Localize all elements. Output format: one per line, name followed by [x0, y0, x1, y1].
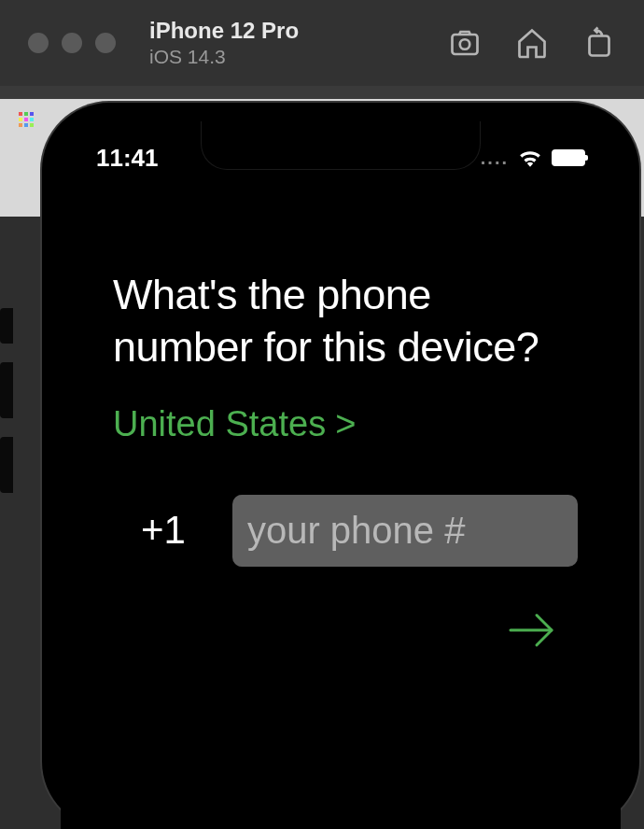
close-window-button[interactable] — [28, 33, 49, 53]
arrow-right-icon — [507, 610, 557, 651]
chevron-right-icon: > — [335, 404, 356, 444]
next-button[interactable] — [113, 610, 568, 651]
device-os: iOS 14.3 — [149, 46, 448, 68]
svg-point-1 — [460, 39, 470, 49]
maximize-window-button[interactable] — [95, 33, 116, 53]
status-right: .... — [481, 148, 585, 169]
window-controls — [28, 33, 116, 53]
status-time: 11:41 — [96, 144, 159, 173]
side-buttons — [0, 308, 13, 512]
volume-up-button[interactable] — [0, 362, 13, 418]
simulator-toolbar: iPhone 12 Pro iOS 14.3 — [0, 0, 644, 86]
toolbar-icons — [448, 26, 616, 60]
phone-screen: 11:41 .... What's the phone number for t… — [61, 121, 621, 829]
country-label: United States — [113, 404, 326, 444]
phone-frame: 11:41 .... What's the phone number for t… — [42, 103, 639, 829]
home-icon[interactable] — [515, 26, 549, 60]
notch — [201, 121, 481, 170]
cellular-indicator: .... — [481, 148, 509, 169]
content: What's the phone number for this device?… — [61, 185, 621, 651]
rotate-icon[interactable] — [582, 26, 616, 60]
country-selector[interactable]: United States > — [113, 404, 568, 444]
phone-input-row: +1 — [113, 495, 568, 567]
mute-switch[interactable] — [0, 308, 13, 344]
browser-bar — [0, 86, 644, 99]
svg-rect-0 — [453, 35, 478, 54]
phone-number-input[interactable] — [232, 495, 578, 567]
screenshot-icon[interactable] — [448, 26, 482, 60]
dial-code: +1 — [141, 508, 186, 553]
page-heading: What's the phone number for this device? — [113, 269, 568, 374]
wifi-icon — [518, 148, 542, 167]
volume-down-button[interactable] — [0, 437, 13, 493]
battery-icon — [552, 149, 585, 166]
device-info: iPhone 12 Pro iOS 14.3 — [149, 18, 448, 68]
device-name: iPhone 12 Pro — [149, 18, 448, 44]
minimize-window-button[interactable] — [62, 33, 82, 53]
svg-rect-2 — [590, 36, 609, 56]
grid-icon — [19, 112, 37, 131]
